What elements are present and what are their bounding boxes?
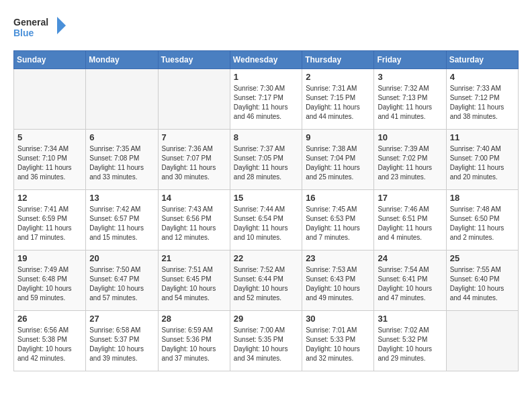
day-info: Sunrise: 7:45 AM Sunset: 6:53 PM Dayligh…: [306, 205, 370, 242]
day-info: Sunrise: 7:34 AM Sunset: 7:10 PM Dayligh…: [17, 144, 82, 182]
calendar-day-cell: 27Sunrise: 6:58 AM Sunset: 5:37 PM Dayli…: [86, 311, 158, 371]
day-info: Sunrise: 7:52 AM Sunset: 6:44 PM Dayligh…: [234, 265, 298, 303]
calendar-day-cell: 8Sunrise: 7:37 AM Sunset: 7:05 PM Daylig…: [230, 130, 302, 190]
calendar-day-cell: 13Sunrise: 7:42 AM Sunset: 6:57 PM Dayli…: [86, 190, 158, 250]
calendar-week-row: 12Sunrise: 7:41 AM Sunset: 6:59 PM Dayli…: [14, 190, 519, 250]
svg-text:General: General: [13, 17, 48, 28]
header-sunday: Sunday: [14, 51, 86, 69]
calendar-day-cell: 22Sunrise: 7:52 AM Sunset: 6:44 PM Dayli…: [230, 250, 302, 311]
calendar-table: SundayMondayTuesdayWednesdayThursdayFrid…: [13, 50, 519, 371]
day-number: 25: [450, 253, 515, 263]
calendar-day-cell: [446, 311, 518, 371]
day-info: Sunrise: 7:51 AM Sunset: 6:45 PM Dayligh…: [162, 265, 226, 303]
day-info: Sunrise: 6:58 AM Sunset: 5:37 PM Dayligh…: [89, 326, 154, 363]
day-number: 23: [306, 253, 370, 263]
day-info: Sunrise: 7:30 AM Sunset: 7:17 PM Dayligh…: [234, 84, 298, 122]
calendar-day-cell: 30Sunrise: 7:01 AM Sunset: 5:33 PM Dayli…: [302, 311, 374, 371]
calendar-day-cell: 28Sunrise: 6:59 AM Sunset: 5:36 PM Dayli…: [158, 311, 230, 371]
day-number: 11: [450, 132, 515, 142]
day-info: Sunrise: 7:44 AM Sunset: 6:54 PM Dayligh…: [234, 205, 298, 242]
logo-svg: General Blue: [13, 13, 67, 44]
day-info: Sunrise: 7:00 AM Sunset: 5:35 PM Dayligh…: [234, 326, 298, 363]
page-header: General Blue: [13, 13, 519, 44]
calendar-day-cell: [86, 69, 158, 130]
day-number: 16: [306, 193, 370, 203]
day-info: Sunrise: 7:33 AM Sunset: 7:12 PM Dayligh…: [450, 84, 515, 122]
day-number: 28: [162, 314, 226, 324]
calendar-day-cell: [14, 69, 86, 130]
day-info: Sunrise: 7:48 AM Sunset: 6:50 PM Dayligh…: [450, 205, 515, 242]
day-info: Sunrise: 7:01 AM Sunset: 5:33 PM Dayligh…: [306, 326, 370, 363]
calendar-day-cell: 23Sunrise: 7:53 AM Sunset: 6:43 PM Dayli…: [302, 250, 374, 311]
day-number: 26: [17, 314, 82, 324]
day-number: 21: [162, 253, 226, 263]
calendar-day-cell: 26Sunrise: 6:56 AM Sunset: 5:38 PM Dayli…: [14, 311, 86, 371]
day-info: Sunrise: 7:31 AM Sunset: 7:15 PM Dayligh…: [306, 84, 370, 122]
calendar-day-cell: 9Sunrise: 7:38 AM Sunset: 7:04 PM Daylig…: [302, 130, 374, 190]
calendar-day-cell: 3Sunrise: 7:32 AM Sunset: 7:13 PM Daylig…: [374, 69, 446, 130]
svg-marker-2: [57, 17, 66, 34]
day-info: Sunrise: 7:54 AM Sunset: 6:41 PM Dayligh…: [378, 265, 442, 303]
calendar-day-cell: 1Sunrise: 7:30 AM Sunset: 7:17 PM Daylig…: [230, 69, 302, 130]
day-number: 31: [378, 314, 442, 324]
day-number: 19: [17, 253, 82, 263]
day-number: 3: [378, 72, 442, 82]
day-info: Sunrise: 7:32 AM Sunset: 7:13 PM Dayligh…: [378, 84, 442, 122]
header-friday: Friday: [374, 51, 446, 69]
day-number: 17: [378, 193, 442, 203]
day-number: 8: [234, 132, 298, 142]
logo: General Blue: [13, 13, 67, 44]
day-info: Sunrise: 7:35 AM Sunset: 7:08 PM Dayligh…: [89, 144, 154, 182]
calendar-day-cell: 16Sunrise: 7:45 AM Sunset: 6:53 PM Dayli…: [302, 190, 374, 250]
calendar-day-cell: 25Sunrise: 7:55 AM Sunset: 6:40 PM Dayli…: [446, 250, 518, 311]
day-info: Sunrise: 7:36 AM Sunset: 7:07 PM Dayligh…: [162, 144, 226, 182]
calendar-day-cell: 6Sunrise: 7:35 AM Sunset: 7:08 PM Daylig…: [86, 130, 158, 190]
day-number: 12: [17, 193, 82, 203]
day-info: Sunrise: 7:49 AM Sunset: 6:48 PM Dayligh…: [17, 265, 82, 303]
calendar-day-cell: 29Sunrise: 7:00 AM Sunset: 5:35 PM Dayli…: [230, 311, 302, 371]
calendar-week-row: 5Sunrise: 7:34 AM Sunset: 7:10 PM Daylig…: [14, 130, 519, 190]
day-number: 18: [450, 193, 515, 203]
header-wednesday: Wednesday: [230, 51, 302, 69]
day-info: Sunrise: 6:59 AM Sunset: 5:36 PM Dayligh…: [162, 326, 226, 363]
calendar-day-cell: 2Sunrise: 7:31 AM Sunset: 7:15 PM Daylig…: [302, 69, 374, 130]
header-saturday: Saturday: [446, 51, 518, 69]
calendar-week-row: 26Sunrise: 6:56 AM Sunset: 5:38 PM Dayli…: [14, 311, 519, 371]
day-info: Sunrise: 7:40 AM Sunset: 7:00 PM Dayligh…: [450, 144, 515, 182]
calendar-day-cell: 31Sunrise: 7:02 AM Sunset: 5:32 PM Dayli…: [374, 311, 446, 371]
calendar-day-cell: 18Sunrise: 7:48 AM Sunset: 6:50 PM Dayli…: [446, 190, 518, 250]
day-info: Sunrise: 7:37 AM Sunset: 7:05 PM Dayligh…: [234, 144, 298, 182]
day-number: 2: [306, 72, 370, 82]
calendar-day-cell: 17Sunrise: 7:46 AM Sunset: 6:51 PM Dayli…: [374, 190, 446, 250]
calendar-day-cell: 15Sunrise: 7:44 AM Sunset: 6:54 PM Dayli…: [230, 190, 302, 250]
calendar-day-cell: 12Sunrise: 7:41 AM Sunset: 6:59 PM Dayli…: [14, 190, 86, 250]
day-info: Sunrise: 7:39 AM Sunset: 7:02 PM Dayligh…: [378, 144, 442, 182]
day-number: 30: [306, 314, 370, 324]
calendar-day-cell: 14Sunrise: 7:43 AM Sunset: 6:56 PM Dayli…: [158, 190, 230, 250]
header-thursday: Thursday: [302, 51, 374, 69]
day-number: 4: [450, 72, 515, 82]
day-number: 13: [89, 193, 154, 203]
calendar-day-cell: 21Sunrise: 7:51 AM Sunset: 6:45 PM Dayli…: [158, 250, 230, 311]
day-number: 6: [89, 132, 154, 142]
day-info: Sunrise: 7:02 AM Sunset: 5:32 PM Dayligh…: [378, 326, 442, 363]
calendar-day-cell: 19Sunrise: 7:49 AM Sunset: 6:48 PM Dayli…: [14, 250, 86, 311]
day-number: 7: [162, 132, 226, 142]
day-info: Sunrise: 7:43 AM Sunset: 6:56 PM Dayligh…: [162, 205, 226, 242]
day-info: Sunrise: 7:55 AM Sunset: 6:40 PM Dayligh…: [450, 265, 515, 303]
day-number: 1: [234, 72, 298, 82]
header-tuesday: Tuesday: [158, 51, 230, 69]
day-number: 10: [378, 132, 442, 142]
calendar-day-cell: 10Sunrise: 7:39 AM Sunset: 7:02 PM Dayli…: [374, 130, 446, 190]
day-number: 24: [378, 253, 442, 263]
calendar-header-row: SundayMondayTuesdayWednesdayThursdayFrid…: [14, 51, 519, 69]
day-number: 27: [89, 314, 154, 324]
day-number: 20: [89, 253, 154, 263]
day-info: Sunrise: 7:46 AM Sunset: 6:51 PM Dayligh…: [378, 205, 442, 242]
day-number: 29: [234, 314, 298, 324]
header-monday: Monday: [86, 51, 158, 69]
calendar-week-row: 1Sunrise: 7:30 AM Sunset: 7:17 PM Daylig…: [14, 69, 519, 130]
calendar-week-row: 19Sunrise: 7:49 AM Sunset: 6:48 PM Dayli…: [14, 250, 519, 311]
day-number: 9: [306, 132, 370, 142]
calendar-day-cell: 24Sunrise: 7:54 AM Sunset: 6:41 PM Dayli…: [374, 250, 446, 311]
